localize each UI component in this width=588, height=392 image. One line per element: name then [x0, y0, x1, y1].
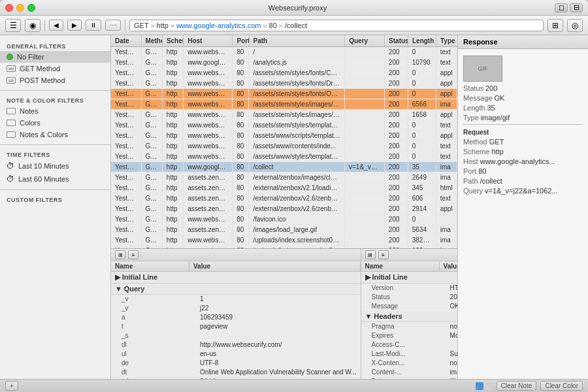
sidebar-item-last10[interactable]: ⏱ Last 10 Minutes	[0, 159, 110, 172]
table-row[interactable]: Yester... GET http assets.zendesk... 80 …	[111, 225, 457, 235]
td-path: /uploads/index.screenshot01.png	[249, 235, 345, 245]
sidebar-item-post-method[interactable]: POST Method	[0, 74, 110, 86]
table-row[interactable]: Yester... GET http www.websecuri... 80 /…	[111, 99, 457, 110]
sidebar-item-notes[interactable]: Notes	[0, 105, 110, 117]
table-row[interactable]: Yester... GET http www.websecuri... 80 /…	[111, 141, 457, 152]
bottom-icon-2[interactable]: ≡	[128, 250, 139, 259]
td-type: appl	[436, 204, 457, 214]
pause-button[interactable]: ⏸	[86, 20, 101, 31]
back-button[interactable]: ◀	[49, 20, 63, 31]
td-port: 80	[233, 99, 249, 109]
table-row[interactable]: Yester... GET http www.websecuri... 80 /…	[111, 131, 457, 141]
td-status: 200	[385, 152, 408, 161]
sidebar-item-last60[interactable]: ⏱ Last 60 Minutes	[0, 172, 110, 186]
eye-icon2[interactable]: ◎	[567, 19, 583, 32]
bottom-left-row[interactable]: dtOnline Web Application Vulnerability S…	[111, 368, 361, 377]
window-btn-2[interactable]: ⊟	[570, 3, 583, 12]
sidebar-item-no-filter[interactable]: No Filter	[0, 51, 110, 63]
td-port: 80	[233, 47, 249, 57]
bottom-left-row[interactable]: dlhttp://www.websecurify.com/	[111, 340, 361, 350]
td-path: /assets/stem/styles/images/other...	[249, 110, 345, 120]
note-color-filters-label: NOTE & COLOR FILTERS	[0, 95, 110, 105]
grid-icon[interactable]: ⊞	[547, 19, 563, 32]
table-row[interactable]: Yester... GET http www.google-an... 80 /…	[111, 57, 457, 68]
bottom-right-header-row[interactable]: Access-C...	[361, 340, 457, 350]
bottom-left-initial-section[interactable]: ▶ Initial Line	[111, 272, 361, 284]
bottom-right-header-row[interactable]: ExpiresMon, 07 Aug 1995 23:30:00 GMT	[361, 331, 457, 340]
bottom-left-row[interactable]: deUTF-8	[111, 359, 361, 368]
th-status[interactable]: Status	[385, 35, 408, 46]
eye-icon[interactable]: ◉	[25, 19, 41, 32]
table-row[interactable]: Yester... GET http www.websecuri... 80 /…	[111, 68, 457, 78]
sidebar-item-get-method[interactable]: GET Method	[0, 63, 110, 74]
bottom-right-header-row[interactable]: X-Conten...nosniff	[361, 359, 457, 368]
bottom-left-toolbar: ⊞ ≡	[111, 249, 361, 261]
sidebar-item-notes-colors[interactable]: Notes & Colors	[0, 129, 110, 140]
td-query	[345, 193, 385, 203]
bottom-right-icon-2[interactable]: ≡	[378, 250, 389, 259]
bottom-icon-1[interactable]: ⊞	[115, 250, 125, 259]
request-item-value: GET	[489, 138, 504, 146]
table-row[interactable]: Yester... GET http assets.zendesk... 80 …	[111, 193, 457, 204]
table-row[interactable]: Yester... GET http www.websecuri... 80 /…	[111, 235, 457, 246]
table-row[interactable]: Yester... GET http www.websecuri... 80 /…	[111, 120, 457, 131]
bottom-left-row[interactable]: _vj22	[111, 304, 361, 313]
bottom-right-header-row[interactable]: Last-Modi...Sun, 17 May 1998 03:00:00 GM…	[361, 350, 457, 359]
bottom-right-headers-section[interactable]: ▼ Headers	[361, 311, 457, 322]
menu-icon[interactable]: ☰	[5, 19, 21, 32]
clear-color-button[interactable]: Clear Color	[540, 381, 583, 391]
td-path: /assets/stem/styles/fonts/OpenSa...	[249, 89, 345, 99]
table-row[interactable]: Yester... GET http www.websecuri... 80 /…	[111, 214, 457, 225]
table-row[interactable]: Yester... GET http www.websecuri... 80 /…	[111, 152, 457, 162]
segment-button[interactable]: ⋯	[105, 20, 121, 31]
bottom-left-row[interactable]: a106293459	[111, 313, 361, 322]
th-port[interactable]: Port	[233, 35, 249, 46]
minimize-button[interactable]	[16, 4, 24, 12]
td-method: GET	[142, 57, 163, 67]
bottom-left-row[interactable]: _s	[111, 331, 361, 340]
bottom-right-header-row[interactable]: Pragmano-cache	[361, 322, 457, 331]
bottom-left-row[interactable]: tpageview	[111, 322, 361, 331]
td-path: /images/load_large.gif	[249, 225, 345, 235]
th-method[interactable]: Method	[142, 35, 163, 46]
th-query[interactable]: Query	[345, 35, 385, 46]
th-host[interactable]: Host	[184, 35, 233, 46]
td-length: 10790	[408, 57, 436, 67]
table-row[interactable]: Yester... GET http www.websecuri... 80 /…	[111, 78, 457, 89]
clear-note-button[interactable]: Clear Note	[497, 381, 537, 391]
table-row[interactable]: Yester... GET http assets.zendesk... 80 …	[111, 204, 457, 214]
table-row[interactable]: Yester... GET http assets.zendesk... 80 …	[111, 172, 457, 183]
th-date[interactable]: Date	[111, 35, 142, 46]
bottom-right-icon-1[interactable]: ⊞	[365, 250, 376, 259]
td-query	[345, 183, 385, 193]
td-host: www.websecuri...	[184, 89, 233, 99]
table-row[interactable]: Yester... GET http www.websecuri... 80 /…	[111, 47, 457, 57]
td-query	[345, 47, 385, 57]
request-item-label: Path	[463, 177, 480, 185]
maximize-button[interactable]	[27, 4, 35, 12]
td-length: 345	[408, 183, 436, 193]
table-row[interactable]: Yester... GET http www.google-an... 80 /…	[111, 162, 457, 172]
status-value: 200	[485, 84, 497, 92]
bottom-left-row[interactable]: _v1	[111, 295, 361, 304]
th-type[interactable]: Type	[436, 35, 457, 46]
th-path[interactable]: Path	[250, 35, 346, 46]
bottom-left-row[interactable]: ulen-us	[111, 350, 361, 359]
td-port: 80	[233, 68, 249, 78]
table-row[interactable]: Yester... GET http www.websecuri... 80 /…	[111, 89, 457, 99]
table-row[interactable]: Yester... GET http assets.zendesk... 80 …	[111, 183, 457, 193]
sidebar-item-colors[interactable]: Colors	[0, 117, 110, 129]
td-schema: http	[163, 225, 184, 235]
bottom-right-initial-section[interactable]: ▶ Initial Line	[361, 272, 457, 284]
table-row[interactable]: Yester... GET http www.websecuri... 80 /…	[111, 110, 457, 120]
td-port: 80	[233, 225, 249, 235]
add-button[interactable]: +	[5, 381, 18, 391]
play-button[interactable]: ▶	[67, 20, 82, 31]
th-schema[interactable]: Schema	[163, 35, 184, 46]
request-item-label: Method	[463, 138, 489, 146]
bottom-right-header-row[interactable]: Content-...image/gif	[361, 368, 457, 377]
th-length[interactable]: Length	[408, 35, 436, 46]
bottom-left-query-section[interactable]: ▼ Query	[111, 284, 361, 295]
window-btn-1[interactable]: ◻	[555, 3, 568, 12]
close-button[interactable]	[5, 4, 13, 12]
